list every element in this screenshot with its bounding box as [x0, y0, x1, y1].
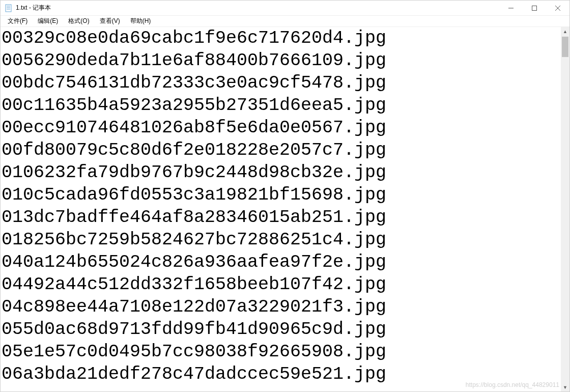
close-button[interactable]: [546, 1, 569, 16]
menu-file[interactable]: 文件(F): [4, 16, 32, 26]
menu-format[interactable]: 格式(O): [64, 16, 93, 26]
minimize-button[interactable]: [499, 1, 523, 16]
notepad-icon: [5, 4, 13, 12]
maximize-button[interactable]: [523, 1, 546, 16]
menubar: 文件(F) 编辑(E) 格式(O) 查看(V) 帮助(H): [1, 16, 569, 27]
scroll-up-arrow-icon[interactable]: ▲: [561, 27, 569, 36]
menu-view[interactable]: 查看(V): [96, 16, 124, 26]
window-title: 1.txt - 记事本: [16, 4, 51, 12]
vertical-scrollbar[interactable]: ▲ ▼: [561, 27, 569, 391]
scrollbar-thumb[interactable]: [562, 37, 568, 57]
svg-rect-0: [6, 5, 11, 12]
text-area[interactable]: 00329c08e0da69cabc1f9e6c717620d4.jpg 005…: [1, 27, 561, 391]
titlebar: 1.txt - 记事本: [1, 1, 569, 16]
menu-help[interactable]: 帮助(H): [126, 16, 155, 26]
scrollbar-track[interactable]: [561, 36, 569, 383]
menu-edit[interactable]: 编辑(E): [34, 16, 62, 26]
svg-rect-5: [532, 6, 537, 10]
scroll-down-arrow-icon[interactable]: ▼: [561, 383, 569, 391]
text-content[interactable]: 00329c08e0da69cabc1f9e6c717620d4.jpg 005…: [1, 27, 561, 385]
